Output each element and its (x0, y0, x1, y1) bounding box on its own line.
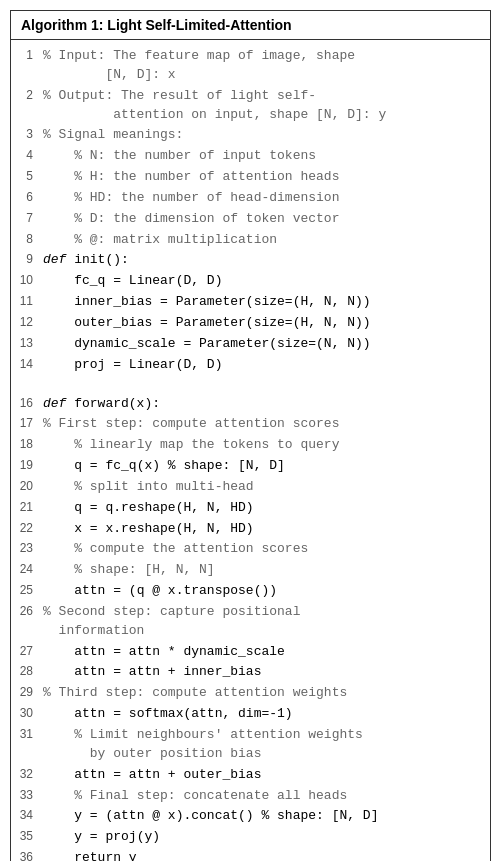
line-number: 10 (11, 272, 43, 287)
line-content: % HD: the number of head-dimension (43, 189, 490, 208)
line-item: 32 attn = attn + outer_bias (11, 765, 490, 786)
line-number: 32 (11, 766, 43, 781)
line-item: 14 proj = Linear(D, D) (11, 355, 490, 376)
line-content: % @: matrix multiplication (43, 231, 490, 250)
line-item: 26% Second step: capture positional info… (11, 602, 490, 642)
line-item: 34 y = (attn @ x).concat() % shape: [N, … (11, 806, 490, 827)
line-content: % Final step: concatenate all heads (43, 787, 490, 806)
line-item: 19 q = fc_q(x) % shape: [N, D] (11, 456, 490, 477)
line-number: 9 (11, 251, 43, 266)
line-content: % N: the number of input tokens (43, 147, 490, 166)
line-item: 22 x = x.reshape(H, N, HD) (11, 519, 490, 540)
line-item: 3% Signal meanings: (11, 125, 490, 146)
line-item: 1% Input: The feature map of image, shap… (11, 46, 490, 86)
line-number: 14 (11, 356, 43, 371)
line-content: def forward(x): (43, 395, 490, 414)
line-item: 25 attn = (q @ x.transpose()) (11, 581, 490, 602)
line-content: dynamic_scale = Parameter(size=(N, N)) (43, 335, 490, 354)
line-number: 8 (11, 231, 43, 246)
line-item: 10 fc_q = Linear(D, D) (11, 271, 490, 292)
line-item: 2% Output: The result of light self- att… (11, 86, 490, 126)
line-number: 31 (11, 726, 43, 741)
line-number: 4 (11, 147, 43, 162)
line-item: 4 % N: the number of input tokens (11, 146, 490, 167)
line-content: inner_bias = Parameter(size=(H, N, N)) (43, 293, 490, 312)
line-item: 17% First step: compute attention scores (11, 414, 490, 435)
line-number: 11 (11, 293, 43, 308)
line-number: 21 (11, 499, 43, 514)
line-item: 31 % Limit neighbours' attention weights… (11, 725, 490, 765)
line-number: 3 (11, 126, 43, 141)
line-content: attn = softmax(attn, dim=-1) (43, 705, 490, 724)
line-content: q = q.reshape(H, N, HD) (43, 499, 490, 518)
line-content: return y (43, 849, 490, 861)
line-item: 16def forward(x): (11, 394, 490, 415)
line-content: % Input: The feature map of image, shape… (43, 47, 490, 85)
line-content: % First step: compute attention scores (43, 415, 490, 434)
line-item: 6 % HD: the number of head-dimension (11, 188, 490, 209)
line-number: 36 (11, 849, 43, 861)
line-number: 22 (11, 520, 43, 535)
line-content: fc_q = Linear(D, D) (43, 272, 490, 291)
line-content: % split into multi-head (43, 478, 490, 497)
line-content: % Limit neighbours' attention weights by… (43, 726, 490, 764)
line-item: 9def init(): (11, 250, 490, 271)
line-content: attn = attn * dynamic_scale (43, 643, 490, 662)
line-item: 30 attn = softmax(attn, dim=-1) (11, 704, 490, 725)
line-content: attn = (q @ x.transpose()) (43, 582, 490, 601)
line-content: % compute the attention scores (43, 540, 490, 559)
line-number: 2 (11, 87, 43, 102)
line-number: 16 (11, 395, 43, 410)
line-item: 28 attn = attn + inner_bias (11, 662, 490, 683)
line-content: % H: the number of attention heads (43, 168, 490, 187)
line-item: 24 % shape: [H, N, N] (11, 560, 490, 581)
line-number: 33 (11, 787, 43, 802)
line-number: 15 (11, 377, 43, 392)
line-number: 26 (11, 603, 43, 618)
line-item: 36 return y (11, 848, 490, 861)
line-number: 35 (11, 828, 43, 843)
line-number: 18 (11, 436, 43, 451)
line-content: q = fc_q(x) % shape: [N, D] (43, 457, 490, 476)
line-content: % D: the dimension of token vector (43, 210, 490, 229)
line-number: 6 (11, 189, 43, 204)
line-number: 13 (11, 335, 43, 350)
line-number: 20 (11, 478, 43, 493)
line-number: 1 (11, 47, 43, 62)
line-number: 17 (11, 415, 43, 430)
line-item: 20 % split into multi-head (11, 477, 490, 498)
line-content: % Second step: capture positional inform… (43, 603, 490, 641)
line-content: def init(): (43, 251, 490, 270)
line-number: 25 (11, 582, 43, 597)
line-content: x = x.reshape(H, N, HD) (43, 520, 490, 539)
line-item: 8 % @: matrix multiplication (11, 230, 490, 251)
line-content: % Output: The result of light self- atte… (43, 87, 490, 125)
line-item: 5 % H: the number of attention heads (11, 167, 490, 188)
line-item: 11 inner_bias = Parameter(size=(H, N, N)… (11, 292, 490, 313)
line-number: 27 (11, 643, 43, 658)
line-content: % Signal meanings: (43, 126, 490, 145)
line-number: 7 (11, 210, 43, 225)
line-number: 24 (11, 561, 43, 576)
line-number: 28 (11, 663, 43, 678)
line-content: outer_bias = Parameter(size=(H, N, N)) (43, 314, 490, 333)
algorithm-title: Algorithm 1: Light Self-Limited-Attentio… (11, 11, 490, 40)
line-item: 18 % linearly map the tokens to query (11, 435, 490, 456)
line-number: 29 (11, 684, 43, 699)
line-item: 12 outer_bias = Parameter(size=(H, N, N)… (11, 313, 490, 334)
line-number: 19 (11, 457, 43, 472)
line-number: 34 (11, 807, 43, 822)
line-item: 13 dynamic_scale = Parameter(size=(N, N)… (11, 334, 490, 355)
line-content: % Third step: compute attention weights (43, 684, 490, 703)
line-item: 33 % Final step: concatenate all heads (11, 786, 490, 807)
line-content: attn = attn + inner_bias (43, 663, 490, 682)
line-content: y = proj(y) (43, 828, 490, 847)
line-content: % linearly map the tokens to query (43, 436, 490, 455)
line-item: 21 q = q.reshape(H, N, HD) (11, 498, 490, 519)
line-item: 27 attn = attn * dynamic_scale (11, 642, 490, 663)
line-number: 12 (11, 314, 43, 329)
line-item: 29% Third step: compute attention weight… (11, 683, 490, 704)
line-content: attn = attn + outer_bias (43, 766, 490, 785)
algorithm-body: 1% Input: The feature map of image, shap… (11, 40, 490, 861)
line-number: 30 (11, 705, 43, 720)
